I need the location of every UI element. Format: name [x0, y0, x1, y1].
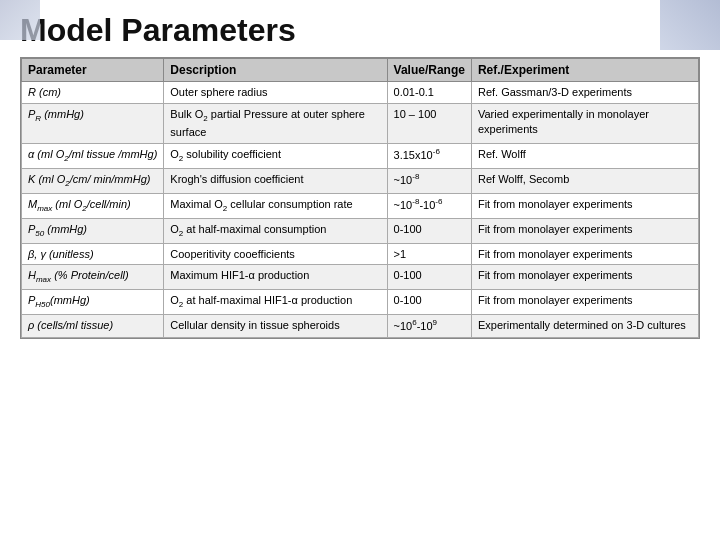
corner-decoration-tl [0, 0, 40, 40]
cell-param: K (ml O2/cm/ min/mmHg) [22, 168, 164, 193]
cell-ref: Ref Wolff, Secomb [471, 168, 698, 193]
cell-ref: Fit from monolayer experiments [471, 218, 698, 243]
cell-description: Krogh's diffusion coefficient [164, 168, 387, 193]
cell-description: Maximum HIF1-α production [164, 265, 387, 290]
cell-param: R (cm) [22, 82, 164, 104]
cell-value: 10 – 100 [387, 103, 471, 143]
table-row: β, γ (unitless) Cooperitivity cooefficie… [22, 243, 699, 265]
col-header-parameter: Parameter [22, 59, 164, 82]
cell-value: 3.15x10-6 [387, 143, 471, 168]
cell-param: α (ml O2/ml tissue /mmHg) [22, 143, 164, 168]
cell-param: Hmax (% Protein/cell) [22, 265, 164, 290]
table-row: ρ (cells/ml tissue) Cellular density in … [22, 315, 699, 338]
table-header-row: Parameter Description Value/Range Ref./E… [22, 59, 699, 82]
cell-ref: Ref. Wolff [471, 143, 698, 168]
cell-param: PH50(mmHg) [22, 290, 164, 315]
col-header-description: Description [164, 59, 387, 82]
parameters-table: Parameter Description Value/Range Ref./E… [21, 58, 699, 338]
cell-ref: Fit from monolayer experiments [471, 193, 698, 218]
cell-ref: Experimentally determined on 3-D culture… [471, 315, 698, 338]
cell-description: Maximal O2 cellular consumption rate [164, 193, 387, 218]
col-header-ref: Ref./Experiment [471, 59, 698, 82]
cell-value: ~10-8 [387, 168, 471, 193]
cell-ref: Fit from monolayer experiments [471, 243, 698, 265]
table-row: PH50(mmHg) O2 at half-maximal HIF1-α pro… [22, 290, 699, 315]
table-row: P50 (mmHg) O2 at half-maximal consumptio… [22, 218, 699, 243]
cell-description: O2 at half-maximal HIF1-α production [164, 290, 387, 315]
cell-param: Mmax (ml O2/cell/min) [22, 193, 164, 218]
cell-value: 0-100 [387, 290, 471, 315]
table-row: R (cm) Outer sphere radius 0.01-0.1 Ref.… [22, 82, 699, 104]
cell-value: ~10-8-10-6 [387, 193, 471, 218]
cell-description: Outer sphere radius [164, 82, 387, 104]
table-row: Hmax (% Protein/cell) Maximum HIF1-α pro… [22, 265, 699, 290]
cell-ref: Varied experimentally in monolayer exper… [471, 103, 698, 143]
col-header-value: Value/Range [387, 59, 471, 82]
cell-ref: Fit from monolayer experiments [471, 265, 698, 290]
cell-description: Cooperitivity cooefficients [164, 243, 387, 265]
page-title: Model Parameters [0, 0, 720, 57]
cell-param: P50 (mmHg) [22, 218, 164, 243]
cell-ref: Fit from monolayer experiments [471, 290, 698, 315]
cell-value: 0-100 [387, 218, 471, 243]
table-row: α (ml O2/ml tissue /mmHg) O2 solubility … [22, 143, 699, 168]
page: Model Parameters Parameter Description V… [0, 0, 720, 540]
parameters-table-container: Parameter Description Value/Range Ref./E… [20, 57, 700, 339]
table-row: K (ml O2/cm/ min/mmHg) Krogh's diffusion… [22, 168, 699, 193]
corner-decoration-tr [660, 0, 720, 50]
cell-param: β, γ (unitless) [22, 243, 164, 265]
cell-param: PR (mmHg) [22, 103, 164, 143]
cell-description: O2 solubility coefficient [164, 143, 387, 168]
cell-description: Bulk O2 partial Pressure at outer sphere… [164, 103, 387, 143]
cell-value: ~106-109 [387, 315, 471, 338]
cell-value: 0-100 [387, 265, 471, 290]
table-row: PR (mmHg) Bulk O2 partial Pressure at ou… [22, 103, 699, 143]
table-row: Mmax (ml O2/cell/min) Maximal O2 cellula… [22, 193, 699, 218]
cell-ref: Ref. Gassman/3-D experiments [471, 82, 698, 104]
cell-description: Cellular density in tissue spheroids [164, 315, 387, 338]
cell-value: 0.01-0.1 [387, 82, 471, 104]
cell-description: O2 at half-maximal consumption [164, 218, 387, 243]
cell-param: ρ (cells/ml tissue) [22, 315, 164, 338]
cell-value: >1 [387, 243, 471, 265]
